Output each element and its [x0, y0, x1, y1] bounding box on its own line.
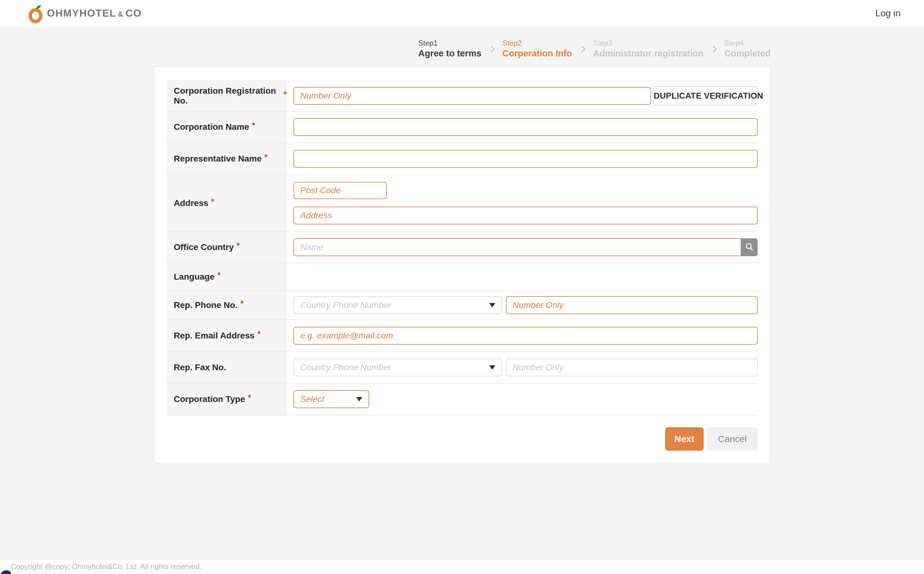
- form-row-representative-name: Representative Name *: [166, 143, 758, 175]
- required-asterisk: *: [211, 197, 215, 207]
- stepper-step-1: Step1 Agree to terms: [418, 39, 481, 58]
- office-country-input[interactable]: [293, 238, 758, 256]
- dropdown-arrow-icon: [356, 397, 362, 401]
- form-row-rep-phone: Rep. Phone No. * Country Phone Number: [166, 291, 758, 320]
- address-input[interactable]: [293, 207, 758, 224]
- stepper-step-3: Step3 Administrator registration: [593, 39, 703, 58]
- form-row-rep-fax: Rep. Fax No. Country Phone Number: [166, 352, 758, 383]
- field-label: Rep. Phone No. *: [166, 291, 287, 319]
- form-row-registration-no: Corporation Registration No. * DUPLICATE…: [166, 81, 758, 112]
- phone-number-input[interactable]: [506, 296, 758, 314]
- required-asterisk: *: [257, 330, 261, 339]
- header: OHMYHOTEL & CO Log in: [0, 0, 924, 27]
- post-code-input[interactable]: [293, 182, 387, 199]
- corporation-type-select[interactable]: Select: [293, 390, 369, 408]
- footer: Copyright @copy; Ohmyhotel&Co. Ltd. All …: [0, 558, 924, 574]
- required-asterisk: *: [264, 153, 268, 162]
- required-asterisk: *: [217, 271, 221, 280]
- step-label: Completed: [724, 48, 771, 58]
- field-label: Address *: [166, 175, 287, 231]
- fax-number-input[interactable]: [506, 358, 758, 376]
- duplicate-verification-button[interactable]: DUPLICATE VERIFICATION: [653, 86, 757, 106]
- required-asterisk: *: [236, 241, 240, 251]
- chevron-right-icon: [579, 46, 586, 53]
- form-row-language: Language *: [166, 263, 758, 291]
- field-label: Rep. Fax No.: [166, 352, 287, 383]
- stepper-step-2: Step2 Corperation Info: [502, 39, 572, 58]
- country-search-button[interactable]: [740, 238, 758, 256]
- logo-text: OHMYHOTEL & CO: [47, 7, 142, 19]
- required-asterisk: *: [252, 121, 255, 130]
- fax-country-code-select[interactable]: Country Phone Number: [293, 358, 502, 376]
- corporation-info-card: Corporation Registration No. * DUPLICATE…: [153, 66, 771, 464]
- required-asterisk: *: [248, 393, 251, 403]
- required-asterisk: *: [283, 90, 287, 99]
- language-empty-content: [287, 263, 758, 290]
- step-label: Agree to terms: [418, 48, 481, 58]
- representative-name-input[interactable]: [293, 150, 758, 168]
- field-label: Corporation Type *: [166, 383, 287, 415]
- step-number: Step2: [502, 39, 572, 47]
- chevron-right-icon: [710, 46, 717, 53]
- dropdown-arrow-icon: [489, 303, 495, 308]
- login-link[interactable]: Log in: [875, 8, 900, 19]
- form-row-office-country: Office Country *: [166, 232, 758, 263]
- field-label: Rep. Email Address *: [166, 320, 287, 352]
- registration-no-input[interactable]: [293, 87, 651, 105]
- logo[interactable]: OHMYHOTEL & CO: [28, 2, 142, 24]
- form-table: Corporation Registration No. * DUPLICATE…: [166, 80, 758, 416]
- field-label: Office Country *: [166, 232, 287, 263]
- search-icon: [745, 242, 754, 252]
- phone-country-code-select[interactable]: Country Phone Number: [293, 296, 502, 314]
- form-row-rep-email: Rep. Email Address *: [166, 320, 758, 352]
- stepper: Step1 Agree to terms Step2 Corperation I…: [418, 39, 771, 58]
- step-number: Step4: [724, 39, 771, 47]
- required-asterisk: *: [240, 299, 244, 309]
- step-number: Step3: [593, 39, 703, 47]
- step-label: Corperation Info: [502, 48, 572, 58]
- copyright-text: Copyright @copy; Ohmyhotel&Co. Ltd. All …: [11, 562, 201, 571]
- field-label: Corporation Name *: [166, 112, 287, 142]
- logo-orange-icon: [28, 2, 43, 24]
- email-input[interactable]: [293, 327, 758, 345]
- corporation-name-input[interactable]: [293, 118, 758, 136]
- form-row-address: Address *: [166, 175, 758, 232]
- chevron-right-icon: [488, 46, 495, 53]
- form-row-corporation-type: Corporation Type * Select: [166, 383, 758, 416]
- form-actions: Next Cancel: [166, 427, 758, 451]
- field-label: Corporation Registration No. *: [166, 81, 287, 111]
- cancel-button[interactable]: Cancel: [707, 427, 758, 451]
- next-button[interactable]: Next: [665, 427, 704, 451]
- step-number: Step1: [418, 39, 481, 47]
- step-label: Administrator registration: [593, 48, 703, 58]
- form-row-corporation-name: Corporation Name *: [166, 112, 758, 143]
- field-label: Representative Name *: [166, 143, 287, 175]
- field-label: Language *: [166, 263, 287, 290]
- dropdown-arrow-icon: [489, 365, 495, 370]
- stepper-step-4: Step4 Completed: [724, 39, 771, 58]
